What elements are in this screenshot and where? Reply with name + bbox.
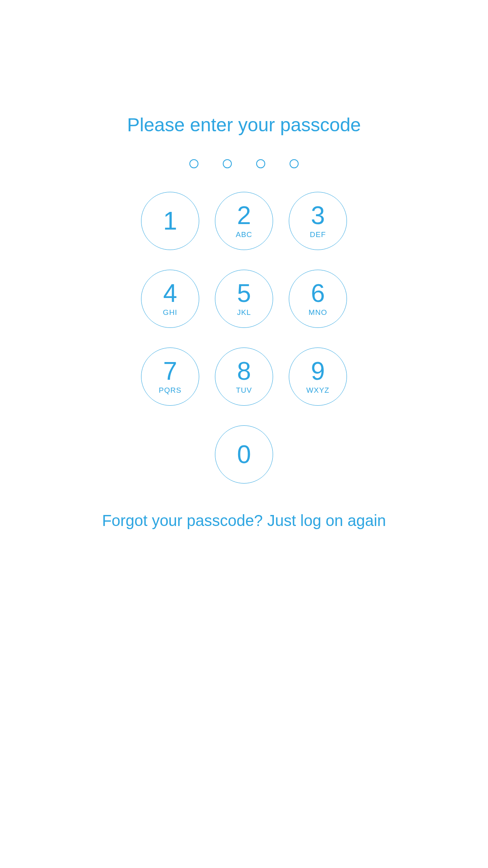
passcode-dots xyxy=(189,159,299,168)
passcode-dot-3 xyxy=(256,159,265,168)
key-4[interactable]: 4 GHI xyxy=(141,270,199,328)
passcode-dot-1 xyxy=(189,159,198,168)
key-9[interactable]: 9 WXYZ xyxy=(289,348,347,406)
passcode-dot-4 xyxy=(290,159,299,168)
key-digit: 8 xyxy=(237,359,251,384)
key-letters: DEF xyxy=(310,230,326,239)
key-letters: ABC xyxy=(236,230,252,239)
key-digit: 4 xyxy=(163,281,177,306)
key-letters: JKL xyxy=(237,308,251,317)
key-8[interactable]: 8 TUV xyxy=(215,348,273,406)
key-letters: TUV xyxy=(236,386,252,395)
forgot-passcode-link[interactable]: Forgot your passcode? Just log on again xyxy=(102,512,386,530)
key-digit: 9 xyxy=(311,359,325,384)
key-digit: 5 xyxy=(237,281,251,306)
key-5[interactable]: 5 JKL xyxy=(215,270,273,328)
keypad-row-3: 7 PQRS 8 TUV 9 WXYZ xyxy=(141,348,347,406)
key-3[interactable]: 3 DEF xyxy=(289,192,347,250)
key-digit: 1 xyxy=(163,192,177,250)
key-digit: 0 xyxy=(237,426,251,483)
keypad-row-4: 0 xyxy=(215,425,273,484)
keypad: 1 2 ABC 3 DEF 4 GHI 5 JKL 6 MNO xyxy=(141,192,347,484)
key-letters: WXYZ xyxy=(306,386,330,395)
passcode-screen: Please enter your passcode 1 2 ABC 3 DEF… xyxy=(0,0,488,530)
key-7[interactable]: 7 PQRS xyxy=(141,348,199,406)
key-letters: MNO xyxy=(308,308,327,317)
key-digit: 7 xyxy=(163,359,177,384)
key-1[interactable]: 1 xyxy=(141,192,199,250)
passcode-title: Please enter your passcode xyxy=(127,114,361,136)
key-2[interactable]: 2 ABC xyxy=(215,192,273,250)
key-digit: 2 xyxy=(237,203,251,228)
passcode-dot-2 xyxy=(223,159,232,168)
key-letters: PQRS xyxy=(159,386,182,395)
key-0[interactable]: 0 xyxy=(215,425,273,484)
key-letters: GHI xyxy=(163,308,178,317)
keypad-row-1: 1 2 ABC 3 DEF xyxy=(141,192,347,250)
keypad-row-2: 4 GHI 5 JKL 6 MNO xyxy=(141,270,347,328)
key-6[interactable]: 6 MNO xyxy=(289,270,347,328)
key-digit: 6 xyxy=(311,281,325,306)
key-digit: 3 xyxy=(311,203,325,228)
